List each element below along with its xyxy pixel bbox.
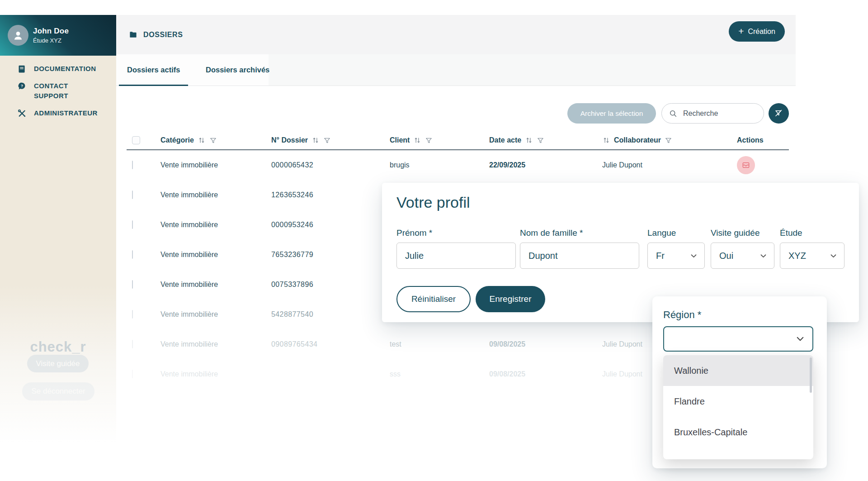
funnel-icon[interactable] bbox=[209, 137, 217, 144]
reset-button[interactable]: Réinitialiser bbox=[396, 286, 471, 312]
region-option[interactable]: Flandre bbox=[663, 386, 813, 417]
sort-icon[interactable] bbox=[311, 136, 320, 144]
language-select[interactable]: Fr bbox=[647, 243, 705, 269]
tab-dossiers-archives[interactable]: Dossiers archivés bbox=[198, 54, 278, 86]
archive-action-button[interactable] bbox=[737, 156, 755, 174]
region-select[interactable] bbox=[663, 326, 813, 352]
cell-number: 09089765434 bbox=[271, 340, 390, 348]
last-name-field[interactable] bbox=[520, 243, 639, 269]
plus-icon: + bbox=[738, 26, 744, 36]
cell-collaborator: Julie Dupont bbox=[602, 161, 737, 169]
column-collaborateur[interactable]: Collaborateur bbox=[602, 136, 737, 144]
folder-icon bbox=[129, 30, 137, 39]
chat-question-icon: ? bbox=[17, 81, 27, 91]
cell-number: 0000953246 bbox=[271, 221, 390, 229]
cell-client: sss bbox=[390, 370, 489, 378]
sidebar-item-label: CONTACT SUPPORT bbox=[34, 81, 102, 101]
region-option-label: Wallonie bbox=[674, 366, 708, 376]
last-name-label: Nom de famille * bbox=[520, 228, 639, 238]
office-label: Étude bbox=[780, 228, 844, 238]
first-name-label: Prénom * bbox=[396, 228, 516, 238]
chevron-down-icon bbox=[795, 334, 805, 344]
cell-client: brugis bbox=[390, 161, 489, 169]
cell-category: Vente immobilière bbox=[160, 191, 271, 199]
cell-category: Vente immobilière bbox=[160, 281, 271, 289]
brand-logo: check_r bbox=[0, 339, 116, 355]
sort-icon[interactable] bbox=[413, 136, 421, 144]
row-checkbox[interactable] bbox=[132, 310, 133, 319]
page-title: DOSSIERS bbox=[143, 31, 183, 39]
logout-button[interactable]: Se déconnecter bbox=[22, 382, 94, 400]
funnel-icon[interactable] bbox=[665, 137, 672, 144]
region-label: Région * bbox=[663, 309, 701, 321]
sort-icon[interactable] bbox=[198, 136, 206, 144]
sort-icon[interactable] bbox=[602, 136, 610, 144]
save-button[interactable]: Enregistrer bbox=[476, 286, 545, 312]
sort-icon[interactable] bbox=[525, 136, 533, 144]
column-client[interactable]: Client bbox=[390, 136, 489, 144]
avatar bbox=[8, 25, 28, 46]
first-name-field[interactable] bbox=[396, 243, 516, 269]
guided-tour-select[interactable]: Oui bbox=[711, 243, 774, 269]
funnel-icon[interactable] bbox=[537, 137, 544, 144]
row-checkbox[interactable] bbox=[132, 370, 133, 378]
main-header: DOSSIERS + Création bbox=[116, 15, 796, 54]
table-header: Catégorie N° Dossier Client Date acte bbox=[127, 131, 789, 150]
cell-category: Vente immobilière bbox=[160, 161, 271, 169]
office-select[interactable]: XYZ bbox=[780, 243, 844, 269]
column-categorie[interactable]: Catégorie bbox=[160, 136, 271, 144]
table-row: Vente immobilière 0000065432 brugis 22/0… bbox=[127, 150, 789, 180]
sidebar-item-documentation[interactable]: DOCUMENTATION bbox=[17, 64, 116, 74]
region-option[interactable]: Bruxelles-Capitale bbox=[663, 417, 813, 448]
search-box bbox=[661, 103, 764, 124]
tab-bar: Dossiers actifs Dossiers archivés bbox=[116, 54, 796, 86]
row-checkbox[interactable] bbox=[132, 161, 133, 169]
column-actions: Actions bbox=[737, 136, 789, 144]
search-icon bbox=[669, 109, 678, 118]
language-label: Langue bbox=[647, 228, 705, 238]
user-org: Étude XYZ bbox=[33, 37, 69, 44]
row-checkbox[interactable] bbox=[132, 220, 133, 229]
cell-number: 7653236779 bbox=[271, 251, 390, 259]
app-root: John Doe Étude XYZ DOSSIERS PRÉFÉRENCES bbox=[0, 0, 868, 481]
chevron-down-icon bbox=[829, 252, 838, 260]
create-button[interactable]: + Création bbox=[729, 21, 785, 42]
user-meta: John Doe Étude XYZ bbox=[33, 27, 69, 44]
sidebar-item-contact-support[interactable]: ? CONTACT SUPPORT bbox=[17, 81, 116, 101]
tab-dossiers-actifs[interactable]: Dossiers actifs bbox=[119, 54, 188, 86]
search-input[interactable] bbox=[682, 109, 752, 118]
cell-client: test bbox=[390, 340, 489, 348]
archive-selection-button[interactable]: Archiver la sélection bbox=[567, 103, 656, 124]
sidebar-item-label: DOCUMENTATION bbox=[34, 64, 102, 74]
cell-date: 22/09/2025 bbox=[489, 161, 602, 169]
profile-modal-title: Votre profil bbox=[396, 194, 470, 211]
column-numero-dossier[interactable]: N° Dossier bbox=[271, 136, 390, 144]
cell-number: 5428877540 bbox=[271, 310, 390, 319]
cell-category: Vente immobilière bbox=[160, 340, 271, 348]
region-panel: Région * Wallonie Flandre Bruxelles-Capi… bbox=[652, 296, 827, 468]
cell-date: 09/08/2025 bbox=[489, 340, 602, 348]
funnel-icon[interactable] bbox=[323, 137, 331, 144]
funnel-icon[interactable] bbox=[425, 137, 433, 144]
dropdown-scrollbar[interactable] bbox=[810, 357, 812, 393]
row-checkbox[interactable] bbox=[132, 280, 133, 289]
select-all-checkbox[interactable] bbox=[132, 136, 140, 144]
sidebar-item-label: ADMINISTRATEUR bbox=[34, 108, 102, 118]
cell-number: 1263653246 bbox=[271, 191, 390, 199]
row-checkbox[interactable] bbox=[132, 250, 133, 259]
region-option[interactable]: Wallonie bbox=[663, 355, 813, 386]
sidebar-item-administrateur[interactable]: ADMINISTRATEUR bbox=[17, 108, 116, 118]
chevron-down-icon bbox=[759, 252, 768, 260]
column-date-acte[interactable]: Date acte bbox=[489, 136, 602, 144]
svg-text:?: ? bbox=[21, 84, 23, 88]
row-checkbox[interactable] bbox=[132, 190, 133, 199]
sidebar: John Doe Étude XYZ DOSSIERS PRÉFÉRENCES bbox=[0, 15, 116, 481]
archive-icon bbox=[741, 161, 750, 170]
cell-number: 0075337896 bbox=[271, 281, 390, 289]
cell-category: Vente immobilière bbox=[160, 370, 271, 378]
cell-category: Vente immobilière bbox=[160, 251, 271, 259]
region-option-label: Flandre bbox=[674, 396, 705, 407]
row-checkbox[interactable] bbox=[132, 340, 133, 348]
guided-tour-button[interactable]: Visite guidée bbox=[27, 355, 89, 372]
filter-toggle-button[interactable] bbox=[769, 103, 789, 124]
